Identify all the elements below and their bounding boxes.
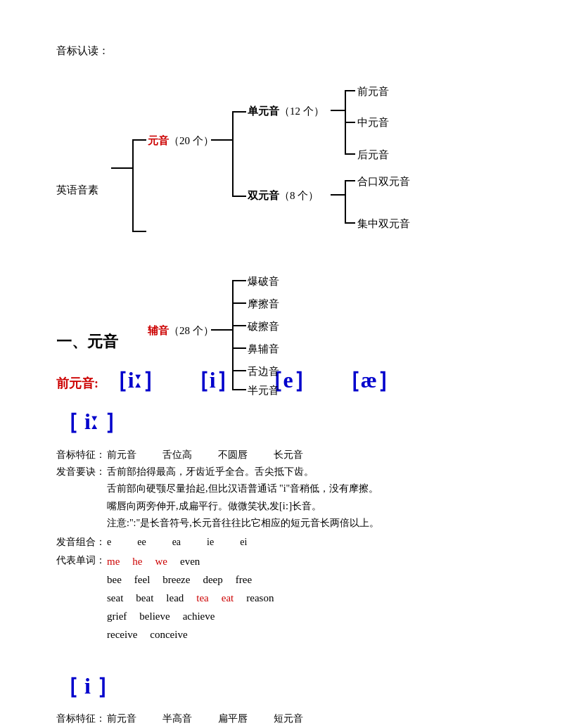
p2-feature-flat: 扁平唇 [218, 713, 248, 724]
feature-front: 前元音 [107, 449, 136, 460]
word-row-2: bee feel breeze deep free [107, 571, 274, 588]
tree-centering-diphthong: 集中双元音 [357, 215, 410, 232]
phoneme1-features-content: 前元音 舌位高 不圆唇 长元音 [107, 447, 303, 463]
phoneme1-symbol: ［ iː ］ [56, 404, 520, 440]
tree-lateral: 舌边音 [248, 363, 279, 380]
word-we: we [155, 553, 168, 570]
tree-semivowel: 半元音 [248, 382, 279, 399]
p2-feature-short: 短元音 [274, 713, 303, 724]
phoneme1-words-label: 代表单词： [56, 553, 107, 644]
word-reason: reason [246, 589, 274, 606]
word-row-5: receive conceive [107, 626, 274, 643]
tree-diphthong: 双元音（8 个） [248, 187, 319, 204]
word-row-1: me he we even [107, 553, 274, 570]
tree-affricate: 破擦音 [248, 318, 279, 335]
word-bee: bee [107, 571, 122, 588]
feature-unrounded: 不圆唇 [218, 449, 248, 460]
phoneme1-words-content: me he we even bee feel breeze deep free … [107, 553, 274, 644]
word-lead: lead [166, 589, 184, 606]
phoneme1-features-row: 音标特征： 前元音 舌位高 不圆唇 长元音 [56, 447, 520, 463]
word-free: free [236, 571, 252, 588]
word-receive: receive [107, 626, 137, 643]
word-tea: tea [196, 589, 208, 606]
word-row-3: seat beat lead tea eat reason [107, 589, 274, 606]
tree-monophthong: 单元音（12 个） [248, 103, 324, 120]
tree-root: 英语音素 [56, 181, 98, 198]
word-achieve: achieve [183, 608, 215, 625]
word-row-4: grief believe achieve [107, 608, 274, 625]
tree-consonant: 辅音（28 个） [148, 322, 214, 339]
p2-feature-front: 前元音 [107, 713, 136, 724]
phoneme1-features-label: 音标特征： [56, 447, 107, 463]
phoneme1-groups-row: 发音组合： e ee ea ie ei [56, 535, 520, 550]
phoneme2-features-content: 前元音 半高音 扁平唇 短元音 [107, 711, 303, 727]
tree-nasal: 鼻辅音 [248, 340, 279, 357]
feature-long: 长元音 [274, 449, 303, 460]
word-seat: seat [107, 589, 123, 606]
word-beat: beat [136, 589, 153, 606]
word-even: even [180, 553, 200, 570]
front-vowel-label: 前元音: [56, 376, 98, 390]
p2-feature-half-high: 半高音 [162, 713, 192, 724]
tree-vowel: 元音（20 个） [148, 132, 214, 149]
phoneme2-symbol: ［ i ］ [56, 668, 520, 704]
tree-mid-vowel: 中元音 [357, 114, 389, 131]
phoneme2-features-label: 音标特征： [56, 711, 107, 727]
phoneme1-words-row: 代表单词： me he we even bee feel breeze deep… [56, 553, 520, 644]
tree-closing-diphthong: 合口双元音 [357, 173, 410, 190]
page-title: 音标认读： [56, 42, 520, 59]
phoneme1-pron-line1: 舌前部抬得最高，牙齿近乎全合。舌尖抵下齿。 [107, 464, 314, 480]
word-deep: deep [203, 571, 222, 588]
word-breeze: breeze [162, 571, 190, 588]
word-he: he [132, 553, 142, 570]
phoneme1-pron-label: 发音要诀： [56, 464, 107, 480]
phoneme1-pron-line4: 注意:":"是长音符号,长元音往往比它相应的短元音长两倍以上。 [107, 516, 520, 531]
phoneme2-features-row: 音标特征： 前元音 半高音 扁平唇 短元音 [56, 711, 520, 727]
feature-high: 舌位高 [162, 449, 192, 460]
word-eat: eat [222, 589, 234, 606]
phoneme1-pron-line3: 嘴唇向两旁伸开,成扁平行。做微笑状,发[iː]长音。 [107, 499, 520, 514]
tree-fricative: 摩擦音 [248, 295, 279, 312]
word-grief: grief [107, 608, 127, 625]
phoneme1-groups-content: e ee ea ie ei [107, 535, 247, 550]
word-conceive: conceive [150, 626, 187, 643]
tree-plosive: 爆破音 [248, 273, 279, 290]
phoneme1-groups-label: 发音组合： [56, 535, 107, 550]
word-feel: feel [134, 571, 150, 588]
tree-back-vowel: 后元音 [357, 146, 389, 163]
word-believe: believe [139, 608, 170, 625]
section1-header: 一、元音 [56, 329, 520, 354]
word-me: me [107, 553, 120, 570]
tree-diagram: 英语音素 元音（20 个） 辅音（28 个） 单元音（12 个） 双元音（8 个… [56, 76, 520, 308]
front-vowel-row: 前元音: ［iː］ ［i］ ［e］ ［æ］ [56, 362, 520, 398]
phoneme1-pron-row: 发音要诀： 舌前部抬得最高，牙齿近乎全合。舌尖抵下齿。 [56, 464, 520, 480]
tree-front-vowel: 前元音 [357, 83, 389, 100]
phoneme1-pron-line2: 舌前部向硬颚尽量抬起,但比汉语普通话 "i"音稍低，没有摩擦。 [107, 481, 520, 497]
